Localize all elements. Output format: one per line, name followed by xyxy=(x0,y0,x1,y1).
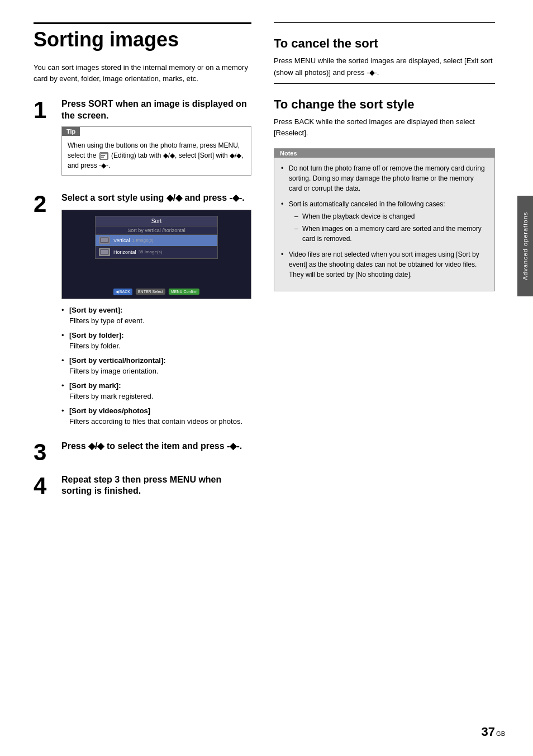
notes-sub-list: When the playback device is changed When… xyxy=(294,211,488,244)
bullet-4-desc: Filters by mark registered. xyxy=(69,392,153,400)
tip-box: Tip When using the buttons on the photo … xyxy=(61,126,251,176)
page-title: Sorting images xyxy=(34,22,251,51)
side-tab: Advanced operations xyxy=(517,196,533,296)
step-3-content: Press ◆/◆ to select the item and press -… xyxy=(61,441,251,457)
change-body: Press BACK while the sorted images are d… xyxy=(274,116,495,140)
notes-sub-item-1: When the playback device is changed xyxy=(294,211,488,221)
screen-btn-back: ◀ BACK xyxy=(113,289,132,295)
page-suffix: GB xyxy=(496,730,505,737)
screen-row-2-icon xyxy=(99,248,110,256)
step-3-number: 3 xyxy=(34,441,61,464)
tip-content: When using the buttons on the photo fram… xyxy=(62,136,251,175)
screen-btn-select: ENTER Select xyxy=(136,289,165,295)
screen-image: Sort Sort by vertical /horizontal Vertic… xyxy=(61,210,251,299)
step-3-text: Press ◆/◆ to select the item and press -… xyxy=(61,441,251,452)
step-4: 4 Repeat step 3 then press MENU when sor… xyxy=(34,474,251,502)
bullet-1-title: [Sort by event]: xyxy=(69,306,122,314)
notes-content: Do not turn the photo frame off or remov… xyxy=(274,158,494,291)
screen-title: Sort xyxy=(96,216,217,226)
cancel-body: Press MENU while the sorted images are d… xyxy=(274,55,495,79)
notes-box: Notes Do not turn the photo frame off or… xyxy=(274,148,495,291)
svg-rect-7 xyxy=(101,250,108,254)
cancel-divider xyxy=(274,22,495,23)
screen-row-2: Horizontal 35 Image(s) xyxy=(96,247,217,258)
bullet-list: [Sort by event]: Filters by type of even… xyxy=(61,305,251,427)
bullet-4-title: [Sort by mark]: xyxy=(69,381,121,390)
step-1-number: 1 xyxy=(34,98,61,122)
cancel-heading: To cancel the sort xyxy=(274,36,495,51)
step-2-number: 2 xyxy=(34,192,61,216)
notes-header: Notes xyxy=(274,149,494,158)
bullet-2-title: [Sort by folder]: xyxy=(69,331,124,339)
notes-list: Do not turn the photo frame off or remov… xyxy=(281,163,488,280)
screen-row-1: Vertical 1 Image(s) xyxy=(96,235,217,247)
notes-item-2-text: Sort is automatically canceled in the fo… xyxy=(289,200,445,208)
change-divider xyxy=(274,83,495,84)
page-number-area: 37 GB xyxy=(482,725,505,739)
step-2-text: Select a sort style using ◆/◆ and press … xyxy=(61,192,251,204)
notes-item-3: Video files are not selected when you so… xyxy=(281,249,488,280)
bullet-3-desc: Filters by image orientation. xyxy=(69,367,159,375)
notes-item-2: Sort is automatically canceled in the fo… xyxy=(281,199,488,244)
step-4-number: 4 xyxy=(34,474,61,498)
screen-row-2-count: 35 Image(s) xyxy=(139,249,163,254)
step-3: 3 Press ◆/◆ to select the item and press… xyxy=(34,441,251,464)
right-column: To cancel the sort Press MENU while the … xyxy=(268,22,495,734)
screen-subtitle: Sort by vertical /horizontal xyxy=(96,226,217,235)
page-number: 37 xyxy=(482,725,495,739)
bullet-1-desc: Filters by type of event. xyxy=(69,316,144,325)
page-container: Advanced operations Sorting images You c… xyxy=(0,0,533,756)
svg-rect-5 xyxy=(101,238,108,242)
notes-sub-item-2: When images on a memory card are sorted … xyxy=(294,224,488,244)
step-1-content: Press SORT when an image is displayed on… xyxy=(61,98,251,182)
bullet-item-3: [Sort by vertical/horizontal]: Filters b… xyxy=(61,355,251,377)
main-content: Sorting images You can sort images store… xyxy=(0,0,517,756)
bullet-item-2: [Sort by folder]: Filters by folder. xyxy=(61,330,251,352)
notes-item-1: Do not turn the photo frame off or remov… xyxy=(281,163,488,193)
notes-item-3-text: Video files are not selected when you so… xyxy=(289,251,479,278)
step-2: 2 Select a sort style using ◆/◆ and pres… xyxy=(34,192,251,431)
step-4-content: Repeat step 3 then press MENU when sorti… xyxy=(61,474,251,502)
bullet-5-desc: Filters according to files that contain … xyxy=(69,417,242,426)
left-column: Sorting images You can sort images store… xyxy=(34,22,268,734)
step-1-text: Press SORT when an image is displayed on… xyxy=(61,98,251,122)
bullet-item-5: [Sort by videos/photos] Filters accordin… xyxy=(61,405,251,427)
notes-sub-1-text: When the playback device is changed xyxy=(302,212,415,220)
notes-sub-2-text: When images on a memory card are sorted … xyxy=(302,225,482,243)
bullet-5-title: [Sort by videos/photos] xyxy=(69,407,150,415)
step-2-content: Select a sort style using ◆/◆ and press … xyxy=(61,192,251,431)
screen-row-1-label: Vertical xyxy=(113,238,130,243)
screen-row-1-count: 1 Image(s) xyxy=(132,238,154,243)
notes-item-1-text: Do not turn the photo frame off or remov… xyxy=(289,164,485,192)
bullet-2-desc: Filters by folder. xyxy=(69,342,121,350)
step-4-text: Repeat step 3 then press MENU when sorti… xyxy=(61,474,251,498)
change-heading: To change the sort style xyxy=(274,97,495,112)
side-tab-label: Advanced operations xyxy=(522,212,529,280)
bullet-item-1: [Sort by event]: Filters by type of even… xyxy=(61,305,251,327)
intro-text: You can sort images stored in the intern… xyxy=(34,62,251,86)
screen-inner: Sort Sort by vertical /horizontal Vertic… xyxy=(95,216,218,259)
bullet-3-title: [Sort by vertical/horizontal]: xyxy=(69,356,166,365)
step-1: 1 Press SORT when an image is displayed … xyxy=(34,98,251,182)
screen-btn-confirm: MENU Confirm xyxy=(169,289,199,295)
screen-bottom-bar: ◀ BACK ENTER Select MENU Confirm xyxy=(113,289,199,295)
screen-row-2-label: Horizontal xyxy=(113,249,136,255)
bullet-item-4: [Sort by mark]: Filters by mark register… xyxy=(61,380,251,402)
screen-row-1-icon xyxy=(99,237,110,244)
tip-header: Tip xyxy=(62,127,80,136)
